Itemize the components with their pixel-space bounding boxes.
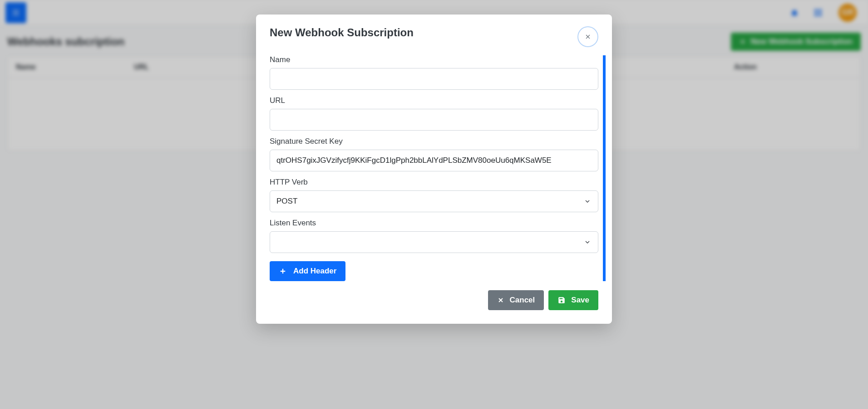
- new-webhook-modal: New Webhook Subscription Name URL Signat…: [256, 15, 612, 324]
- cancel-label: Cancel: [510, 296, 535, 305]
- add-header-label: Add Header: [293, 267, 336, 276]
- cancel-button[interactable]: Cancel: [488, 290, 544, 310]
- close-icon: [584, 33, 592, 40]
- modal-title: New Webhook Subscription: [270, 26, 414, 39]
- listen-events-select[interactable]: [270, 231, 598, 253]
- close-button[interactable]: [577, 26, 598, 47]
- url-input[interactable]: [270, 109, 598, 131]
- listen-events-label: Listen Events: [270, 219, 598, 228]
- save-label: Save: [571, 296, 589, 305]
- name-input[interactable]: [270, 68, 598, 90]
- name-label: Name: [270, 55, 598, 64]
- signature-label: Signature Secret Key: [270, 137, 598, 146]
- url-label: URL: [270, 96, 598, 105]
- close-icon: [497, 297, 504, 304]
- signature-input[interactable]: [270, 150, 598, 171]
- plus-icon: [279, 267, 287, 275]
- add-header-button[interactable]: Add Header: [270, 261, 345, 281]
- save-button[interactable]: Save: [548, 290, 598, 310]
- save-icon: [557, 296, 566, 304]
- http-verb-label: HTTP Verb: [270, 178, 598, 187]
- http-verb-select[interactable]: [270, 190, 598, 212]
